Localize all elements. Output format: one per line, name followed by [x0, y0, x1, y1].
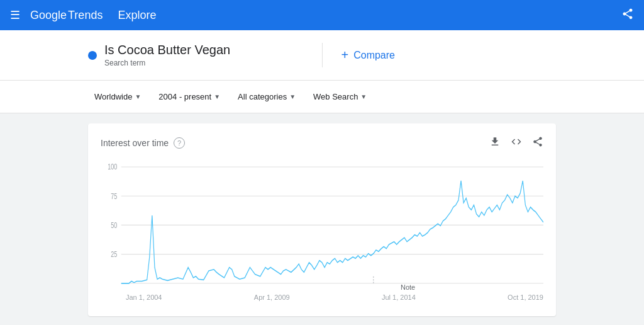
logo-trends: Trends — [68, 9, 103, 22]
download-icon[interactable] — [489, 136, 501, 150]
x-label-2014: Jul 1, 2014 Note — [382, 294, 416, 301]
svg-text:75: 75 — [111, 191, 117, 200]
compare-area[interactable]: + Compare — [323, 48, 557, 62]
note-label: Note — [401, 283, 415, 291]
logo-google: Google — [30, 9, 67, 22]
region-filter-label: Worldwide — [94, 92, 132, 101]
x-label-2019: Oct 1, 2019 — [508, 294, 543, 301]
search-term-subtitle: Search term — [104, 59, 230, 67]
region-filter[interactable]: Worldwide ▼ — [88, 88, 147, 105]
category-chevron-icon: ▼ — [289, 93, 296, 100]
search-term-text: Is Cocoa Butter Vegan Search term — [104, 43, 230, 67]
search-term-box: Is Cocoa Butter Vegan Search term — [88, 43, 323, 67]
logo: Google Trends — [30, 9, 103, 22]
filter-bar: Worldwide ▼ 2004 - present ▼ All categor… — [0, 81, 644, 113]
x-label-2004: Jan 1, 2004 — [126, 294, 162, 301]
search-area: Is Cocoa Butter Vegan Search term + Comp… — [0, 30, 644, 81]
search-type-chevron-icon: ▼ — [360, 93, 367, 100]
time-chevron-icon: ▼ — [214, 93, 220, 100]
header-share-icon[interactable] — [621, 8, 634, 23]
chart-box: Interest over time ? — [88, 123, 556, 316]
trend-chart: 100 75 50 25 — [101, 160, 543, 299]
search-type-filter[interactable]: Web Search ▼ — [307, 88, 373, 105]
chart-header: Interest over time ? — [101, 136, 543, 150]
chart-title: Interest over time — [101, 138, 169, 148]
category-filter-label: All categories — [238, 92, 287, 101]
category-filter[interactable]: All categories ▼ — [231, 88, 302, 105]
header-left: ☰ Google Trends Explore — [10, 8, 156, 22]
chart-container: Interest over time ? — [0, 113, 644, 325]
svg-text:100: 100 — [108, 162, 117, 171]
search-type-filter-label: Web Search — [313, 92, 358, 101]
term-dot — [88, 51, 97, 60]
time-filter[interactable]: 2004 - present ▼ — [152, 88, 226, 105]
chart-title-area: Interest over time ? — [101, 137, 185, 149]
chart-actions — [489, 136, 543, 150]
svg-text:50: 50 — [111, 220, 117, 229]
chart-svg-wrapper: 100 75 50 25 Jan 1, 2004 Apr 1, 2009 Jul… — [101, 160, 543, 306]
svg-text:25: 25 — [111, 250, 117, 259]
compare-plus-icon: + — [341, 48, 349, 62]
app-header: ☰ Google Trends Explore — [0, 0, 644, 30]
compare-label: Compare — [353, 50, 395, 61]
hamburger-icon[interactable]: ☰ — [10, 8, 20, 22]
embed-icon[interactable] — [511, 136, 522, 150]
time-filter-label: 2004 - present — [158, 92, 211, 101]
chart-share-icon[interactable] — [532, 136, 543, 150]
x-label-2009: Apr 1, 2009 — [254, 294, 290, 301]
help-icon[interactable]: ? — [174, 137, 185, 149]
explore-label: Explore — [118, 9, 156, 22]
search-term-title: Is Cocoa Butter Vegan — [104, 43, 230, 57]
region-chevron-icon: ▼ — [135, 93, 141, 100]
